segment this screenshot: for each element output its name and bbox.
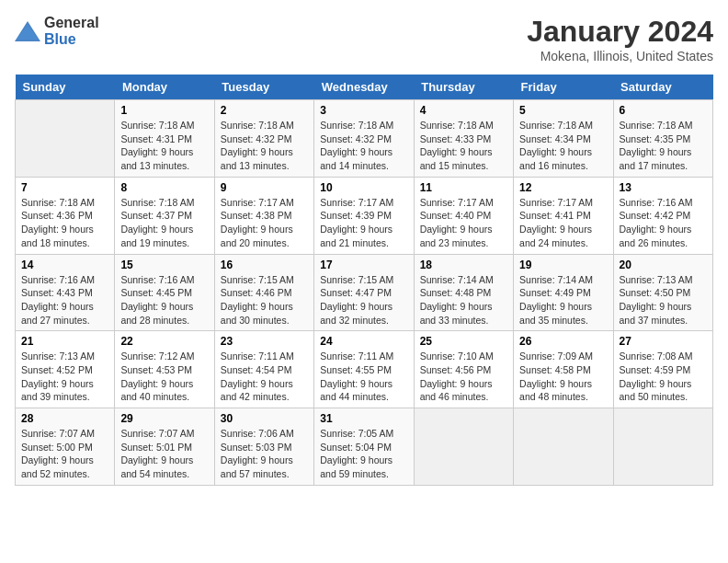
- day-number: 6: [620, 104, 707, 117]
- page-title: January 2024: [527, 15, 713, 49]
- day-number: 10: [320, 181, 407, 194]
- calendar-cell: 19Sunrise: 7:14 AMSunset: 4:49 PMDayligh…: [514, 254, 613, 331]
- day-number: 15: [120, 259, 208, 271]
- calendar-cell: 27Sunrise: 7:08 AMSunset: 4:59 PMDayligh…: [613, 331, 712, 408]
- day-info: Sunrise: 7:16 AMSunset: 4:45 PMDaylight:…: [120, 273, 208, 327]
- calendar-cell: 3Sunrise: 7:18 AMSunset: 4:32 PMDaylight…: [314, 100, 414, 178]
- day-info: Sunrise: 7:05 AMSunset: 5:04 PMDaylight:…: [320, 427, 407, 481]
- day-info: Sunrise: 7:10 AMSunset: 4:56 PMDaylight:…: [420, 350, 507, 404]
- day-info: Sunrise: 7:07 AMSunset: 5:01 PMDaylight:…: [120, 427, 208, 481]
- calendar-cell: 10Sunrise: 7:17 AMSunset: 4:39 PMDayligh…: [314, 177, 414, 254]
- day-info: Sunrise: 7:18 AMSunset: 4:31 PMDaylight:…: [120, 119, 208, 173]
- page-header: General Blue January 2024 Mokena, Illino…: [15, 15, 713, 63]
- day-info: Sunrise: 7:17 AMSunset: 4:41 PMDaylight:…: [519, 196, 607, 250]
- calendar-cell: [514, 408, 613, 486]
- day-info: Sunrise: 7:18 AMSunset: 4:32 PMDaylight:…: [221, 119, 308, 173]
- day-number: 19: [519, 259, 607, 271]
- day-number: 21: [21, 335, 108, 348]
- day-info: Sunrise: 7:13 AMSunset: 4:52 PMDaylight:…: [21, 350, 108, 404]
- day-info: Sunrise: 7:07 AMSunset: 5:00 PMDaylight:…: [21, 427, 108, 481]
- day-number: 24: [320, 335, 407, 348]
- day-number: 4: [420, 104, 507, 117]
- day-number: 30: [221, 412, 308, 425]
- day-of-week-wednesday: Wednesday: [314, 75, 414, 100]
- day-number: 20: [620, 259, 707, 271]
- calendar-cell: 17Sunrise: 7:15 AMSunset: 4:47 PMDayligh…: [314, 254, 414, 331]
- calendar-week-4: 21Sunrise: 7:13 AMSunset: 4:52 PMDayligh…: [16, 331, 713, 408]
- day-info: Sunrise: 7:18 AMSunset: 4:37 PMDaylight:…: [120, 196, 208, 250]
- day-info: Sunrise: 7:08 AMSunset: 4:59 PMDaylight:…: [620, 350, 707, 404]
- day-info: Sunrise: 7:11 AMSunset: 4:55 PMDaylight:…: [320, 350, 407, 404]
- day-of-week-monday: Monday: [115, 75, 214, 100]
- day-number: 14: [21, 259, 108, 271]
- day-info: Sunrise: 7:16 AMSunset: 4:42 PMDaylight:…: [620, 196, 707, 250]
- day-number: 8: [120, 181, 208, 194]
- calendar-cell: [613, 408, 712, 486]
- calendar-week-3: 14Sunrise: 7:16 AMSunset: 4:43 PMDayligh…: [16, 254, 713, 331]
- day-number: 13: [620, 181, 707, 194]
- day-header-row: SundayMondayTuesdayWednesdayThursdayFrid…: [16, 75, 713, 100]
- calendar-body: 1Sunrise: 7:18 AMSunset: 4:31 PMDaylight…: [16, 100, 713, 486]
- day-number: 29: [120, 412, 208, 425]
- calendar-cell: 5Sunrise: 7:18 AMSunset: 4:34 PMDaylight…: [514, 100, 613, 178]
- day-of-week-saturday: Saturday: [613, 75, 712, 100]
- calendar-cell: 2Sunrise: 7:18 AMSunset: 4:32 PMDaylight…: [214, 100, 313, 178]
- calendar-cell: 22Sunrise: 7:12 AMSunset: 4:53 PMDayligh…: [115, 331, 214, 408]
- day-number: 1: [120, 104, 208, 117]
- calendar-cell: 9Sunrise: 7:17 AMSunset: 4:38 PMDaylight…: [214, 177, 313, 254]
- day-info: Sunrise: 7:18 AMSunset: 4:34 PMDaylight:…: [519, 119, 607, 173]
- page-subtitle: Mokena, Illinois, United States: [527, 49, 713, 63]
- day-of-week-sunday: Sunday: [16, 75, 115, 100]
- logo: General Blue: [15, 15, 99, 48]
- calendar-cell: 8Sunrise: 7:18 AMSunset: 4:37 PMDaylight…: [115, 177, 214, 254]
- logo-icon: [15, 21, 40, 41]
- day-info: Sunrise: 7:09 AMSunset: 4:58 PMDaylight:…: [519, 350, 607, 404]
- calendar-cell: 11Sunrise: 7:17 AMSunset: 4:40 PMDayligh…: [414, 177, 513, 254]
- day-of-week-thursday: Thursday: [414, 75, 513, 100]
- calendar-cell: 4Sunrise: 7:18 AMSunset: 4:33 PMDaylight…: [414, 100, 513, 178]
- day-info: Sunrise: 7:12 AMSunset: 4:53 PMDaylight:…: [120, 350, 208, 404]
- day-number: 25: [420, 335, 507, 348]
- day-number: 12: [519, 181, 607, 194]
- calendar-cell: 20Sunrise: 7:13 AMSunset: 4:50 PMDayligh…: [613, 254, 712, 331]
- day-number: 11: [420, 181, 507, 194]
- day-of-week-tuesday: Tuesday: [214, 75, 313, 100]
- day-info: Sunrise: 7:11 AMSunset: 4:54 PMDaylight:…: [221, 350, 308, 404]
- day-info: Sunrise: 7:18 AMSunset: 4:32 PMDaylight:…: [320, 119, 407, 173]
- calendar-cell: [414, 408, 513, 486]
- logo-text: General Blue: [44, 15, 99, 48]
- calendar-cell: 24Sunrise: 7:11 AMSunset: 4:55 PMDayligh…: [314, 331, 414, 408]
- day-number: 9: [221, 181, 308, 194]
- calendar-header: SundayMondayTuesdayWednesdayThursdayFrid…: [16, 75, 713, 100]
- day-number: 31: [320, 412, 407, 425]
- calendar-cell: [16, 100, 115, 178]
- day-info: Sunrise: 7:18 AMSunset: 4:33 PMDaylight:…: [420, 119, 507, 173]
- day-number: 27: [620, 335, 707, 348]
- day-info: Sunrise: 7:13 AMSunset: 4:50 PMDaylight:…: [620, 273, 707, 327]
- day-number: 28: [21, 412, 108, 425]
- calendar-table: SundayMondayTuesdayWednesdayThursdayFrid…: [15, 75, 713, 486]
- day-number: 26: [519, 335, 607, 348]
- calendar-cell: 29Sunrise: 7:07 AMSunset: 5:01 PMDayligh…: [115, 408, 214, 486]
- day-info: Sunrise: 7:06 AMSunset: 5:03 PMDaylight:…: [221, 427, 308, 481]
- day-info: Sunrise: 7:15 AMSunset: 4:47 PMDaylight:…: [320, 273, 407, 327]
- day-number: 3: [320, 104, 407, 117]
- day-of-week-friday: Friday: [514, 75, 613, 100]
- day-number: 2: [221, 104, 308, 117]
- calendar-cell: 16Sunrise: 7:15 AMSunset: 4:46 PMDayligh…: [214, 254, 313, 331]
- day-info: Sunrise: 7:18 AMSunset: 4:35 PMDaylight:…: [620, 119, 707, 173]
- day-info: Sunrise: 7:17 AMSunset: 4:39 PMDaylight:…: [320, 196, 407, 250]
- calendar-cell: 25Sunrise: 7:10 AMSunset: 4:56 PMDayligh…: [414, 331, 513, 408]
- day-info: Sunrise: 7:18 AMSunset: 4:36 PMDaylight:…: [21, 196, 108, 250]
- calendar-week-2: 7Sunrise: 7:18 AMSunset: 4:36 PMDaylight…: [16, 177, 713, 254]
- calendar-cell: 12Sunrise: 7:17 AMSunset: 4:41 PMDayligh…: [514, 177, 613, 254]
- calendar-week-1: 1Sunrise: 7:18 AMSunset: 4:31 PMDaylight…: [16, 100, 713, 178]
- calendar-cell: 18Sunrise: 7:14 AMSunset: 4:48 PMDayligh…: [414, 254, 513, 331]
- calendar-cell: 14Sunrise: 7:16 AMSunset: 4:43 PMDayligh…: [16, 254, 115, 331]
- calendar-cell: 23Sunrise: 7:11 AMSunset: 4:54 PMDayligh…: [214, 331, 313, 408]
- calendar-cell: 6Sunrise: 7:18 AMSunset: 4:35 PMDaylight…: [613, 100, 712, 178]
- day-number: 22: [120, 335, 208, 348]
- calendar-cell: 7Sunrise: 7:18 AMSunset: 4:36 PMDaylight…: [16, 177, 115, 254]
- day-info: Sunrise: 7:15 AMSunset: 4:46 PMDaylight:…: [221, 273, 308, 327]
- svg-marker-1: [17, 25, 39, 40]
